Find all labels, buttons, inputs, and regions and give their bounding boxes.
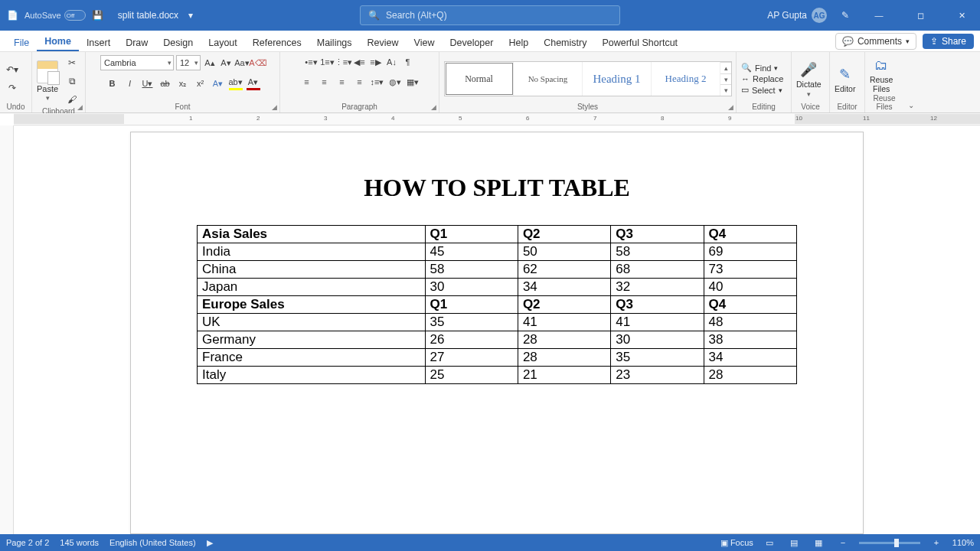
find-button[interactable]: 🔍Find▾ [741, 63, 783, 73]
table-row[interactable]: Japan30343240 [198, 279, 797, 296]
numbering-button[interactable]: 1≡▾ [321, 55, 335, 69]
table-row[interactable]: UK35414148 [198, 314, 797, 331]
superscript-button[interactable]: x² [194, 77, 207, 90]
data-cell[interactable]: Q3 [611, 296, 704, 314]
data-cell[interactable]: 62 [518, 261, 610, 279]
data-cell[interactable]: Q4 [704, 226, 796, 243]
tab-developer[interactable]: Developer [442, 33, 501, 51]
font-launcher-icon[interactable]: ◢ [272, 103, 277, 111]
data-cell[interactable]: 27 [425, 349, 518, 367]
font-size-combo[interactable]: 12▾ [176, 55, 201, 70]
document-name[interactable]: split table.docx [118, 10, 178, 21]
data-cell[interactable]: 73 [704, 261, 796, 279]
styles-launcher-icon[interactable]: ◢ [728, 103, 733, 111]
tab-view[interactable]: View [407, 33, 443, 51]
copy-button[interactable]: ⧉ [64, 73, 80, 89]
data-cell[interactable]: 38 [704, 331, 796, 349]
tab-powerful-shortcut[interactable]: Powerful Shortcut [594, 33, 685, 51]
tab-help[interactable]: Help [501, 33, 536, 51]
word-count[interactable]: 145 words [60, 538, 99, 547]
data-cell[interactable]: Q1 [425, 226, 518, 243]
tab-design[interactable]: Design [155, 33, 201, 51]
docname-dropdown-icon[interactable]: ▾ [185, 9, 197, 21]
data-cell[interactable]: Q2 [518, 296, 610, 314]
data-cell[interactable]: 41 [611, 314, 704, 331]
font-color-button[interactable]: A▾ [247, 77, 260, 90]
styles-more-icon[interactable]: ▾ [720, 84, 731, 96]
align-right-button[interactable]: ≡ [335, 75, 349, 89]
shrink-font-button[interactable]: A▾ [219, 56, 233, 70]
clear-format-button[interactable]: A⌫ [251, 56, 265, 70]
clipboard-launcher-icon[interactable]: ◢ [77, 103, 83, 111]
increase-indent-button[interactable]: ≡▶ [369, 55, 383, 69]
data-cell[interactable]: Q2 [518, 226, 610, 243]
tab-home[interactable]: Home [37, 31, 79, 51]
style-normal[interactable]: Normal [445, 62, 514, 96]
editor-button[interactable]: ✎ Editor [835, 64, 855, 94]
data-cell[interactable]: 32 [611, 279, 704, 296]
paste-button[interactable]: Paste ▾ [37, 60, 58, 102]
select-button[interactable]: ▭Select▾ [741, 85, 783, 95]
italic-button[interactable]: I [123, 77, 137, 90]
data-cell[interactable]: 35 [611, 349, 704, 367]
data-cell[interactable]: Q3 [611, 226, 704, 243]
style-heading-2[interactable]: Heading 2 [652, 62, 720, 96]
tab-chemistry[interactable]: Chemistry [536, 33, 594, 51]
language-indicator[interactable]: English (United States) [109, 538, 196, 547]
data-cell[interactable]: 28 [704, 367, 796, 384]
table-row[interactable]: Asia SalesQ1Q2Q3Q4 [198, 226, 797, 243]
table-row[interactable]: Europe SalesQ1Q2Q3Q4 [198, 296, 797, 314]
macro-icon[interactable]: ▶ [207, 538, 213, 548]
save-icon[interactable]: 💾 [92, 9, 104, 21]
data-cell[interactable]: 25 [425, 367, 518, 384]
share-button[interactable]: ⇪ Share [923, 34, 974, 49]
tab-draw[interactable]: Draw [118, 33, 155, 51]
bullets-button[interactable]: •≡▾ [305, 55, 318, 69]
data-cell[interactable]: 30 [425, 279, 518, 296]
page-indicator[interactable]: Page 2 of 2 [6, 538, 49, 547]
undo-button[interactable]: ↶▾ [5, 62, 20, 77]
data-cell[interactable]: Q4 [704, 296, 796, 314]
underline-button[interactable]: U▾ [141, 77, 155, 90]
tab-mailings[interactable]: Mailings [309, 33, 360, 51]
table-row[interactable]: China58626873 [198, 261, 797, 279]
sort-button[interactable]: A↓ [385, 55, 399, 69]
change-case-button[interactable]: Aa▾ [235, 56, 249, 70]
minimize-button[interactable]: — [864, 0, 894, 31]
zoom-slider[interactable] [859, 542, 920, 544]
data-cell[interactable]: 34 [518, 279, 610, 296]
read-mode-button[interactable]: ▭ [761, 536, 778, 549]
row-label-cell[interactable]: UK [198, 314, 426, 331]
reuse-files-button[interactable]: 🗂 ReuseFiles [870, 55, 893, 93]
tab-references[interactable]: References [245, 33, 309, 51]
data-cell[interactable]: 34 [704, 349, 796, 367]
comments-button[interactable]: 💬 Comments ▾ [835, 33, 916, 50]
data-cell[interactable]: 35 [425, 314, 518, 331]
data-cell[interactable]: 48 [704, 314, 796, 331]
table-row[interactable]: India45505869 [198, 243, 797, 261]
highlight-button[interactable]: ab▾ [229, 77, 243, 90]
data-cell[interactable]: 45 [425, 243, 518, 261]
justify-button[interactable]: ≡ [353, 75, 367, 89]
data-cell[interactable]: 23 [611, 367, 704, 384]
replace-button[interactable]: ↔Replace [741, 74, 783, 83]
align-center-button[interactable]: ≡ [318, 75, 332, 89]
account-button[interactable]: AP Gupta AG [767, 8, 827, 23]
row-label-cell[interactable]: Germany [198, 331, 426, 349]
font-name-combo[interactable]: Cambria▾ [100, 55, 174, 70]
cut-button[interactable]: ✂ [64, 55, 80, 70]
data-cell[interactable]: 58 [611, 243, 704, 261]
collapse-ribbon-button[interactable]: ⌄ [903, 52, 919, 112]
row-label-cell[interactable]: Japan [198, 279, 426, 296]
focus-mode-button[interactable]: ▣ Focus [720, 538, 753, 548]
tab-layout[interactable]: Layout [201, 33, 245, 51]
vertical-ruler[interactable] [0, 126, 14, 534]
align-left-button[interactable]: ≡ [300, 75, 314, 89]
row-label-cell[interactable]: Europe Sales [198, 296, 426, 314]
row-label-cell[interactable]: France [198, 349, 426, 367]
data-cell[interactable]: 28 [518, 349, 610, 367]
search-box[interactable]: 🔍 Search (Alt+Q) [360, 5, 620, 25]
strike-button[interactable]: ab [158, 77, 172, 90]
data-cell[interactable]: 30 [611, 331, 704, 349]
row-label-cell[interactable]: India [198, 243, 426, 261]
